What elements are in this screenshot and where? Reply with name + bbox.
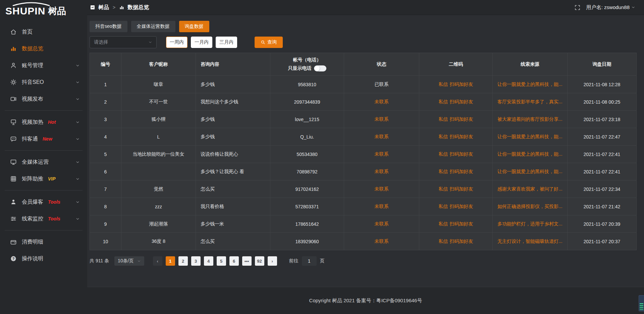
sidebar-item-label: 操作说明 xyxy=(22,255,43,262)
date-cell: 2021-11-07 20:37 xyxy=(568,233,637,250)
page-button-1[interactable]: 1 xyxy=(166,256,175,266)
private-message-link[interactable]: 私信 xyxy=(439,116,448,122)
scan-add-friend-link[interactable]: 扫码加好友 xyxy=(450,221,473,226)
tab-douyin-seo-data[interactable]: 抖音seo数据 xyxy=(90,21,127,32)
page-button-6[interactable]: 6 xyxy=(229,256,239,266)
goto-page-input[interactable] xyxy=(302,256,317,266)
page-button-4[interactable]: 4 xyxy=(204,256,213,266)
query-button[interactable]: 查询 xyxy=(255,37,283,48)
chevron-down-icon xyxy=(75,120,80,126)
private-message-link[interactable]: 私信 xyxy=(439,169,448,174)
source-link[interactable]: 让你一眼就爱上的黑科技，能... xyxy=(497,169,562,174)
chevron-down-icon xyxy=(75,63,80,69)
data-tabs: 抖音seo数据 全媒体运营数据 询盘数据 xyxy=(90,21,637,32)
sidebar-item-douyin-seo[interactable]: 抖音SEO xyxy=(0,74,87,91)
fullscreen-icon[interactable] xyxy=(575,5,580,10)
next-page-button[interactable]: › xyxy=(268,256,277,266)
date-cell: 2021-11-08 12:28 xyxy=(568,76,637,93)
sidebar-item-consumption-detail[interactable]: 消费明细 xyxy=(0,233,87,250)
sidebar-item-clue-monitor[interactable]: 线索监控 Tools xyxy=(0,210,87,227)
more-pages-button[interactable]: ••• xyxy=(242,256,252,266)
corner-widget[interactable] xyxy=(639,295,644,311)
private-message-link[interactable]: 私信 xyxy=(439,186,448,192)
sliders-icon xyxy=(10,215,17,222)
member-icon xyxy=(10,199,17,205)
page-button-2[interactable]: 2 xyxy=(178,256,188,266)
date-cell: 2021-11-07 22:47 xyxy=(568,128,637,146)
scan-add-friend-link[interactable]: 扫码加好友 xyxy=(450,116,473,122)
user-menu[interactable]: 用户名: zswodun88 xyxy=(586,4,635,11)
scan-add-friend-link[interactable]: 扫码加好友 xyxy=(450,204,473,209)
source-link[interactable]: 客厅安装投影半年多了，真实... xyxy=(497,99,562,104)
brand-logo[interactable]: SHUPIN 树品 xyxy=(0,0,87,22)
private-message-link[interactable]: 私信 xyxy=(439,204,448,209)
content-cell: 多少钱 xyxy=(196,128,270,146)
breadcrumb-home[interactable]: 树品 xyxy=(98,4,109,11)
page-size-select[interactable]: 10条/页 xyxy=(114,256,144,266)
qr-cell: 私信扫码加好友 xyxy=(419,128,493,146)
prev-page-button[interactable]: ‹ xyxy=(153,256,162,266)
scan-add-friend-link[interactable]: 扫码加好友 xyxy=(450,169,473,174)
sidebar-item-matrix-boost[interactable]: 矩阵助推 VIP xyxy=(0,170,87,187)
content-cell: 说说价格让我死心 xyxy=(196,146,270,163)
table-row: 7 觉然 怎么买 917024162 未联系 私信扫码加好友 感谢大家喜欢我家，… xyxy=(90,180,637,198)
source-cell: 感谢大家喜欢我家，被问了好... xyxy=(493,180,568,198)
new-badge: New xyxy=(43,136,52,142)
sidebar-item-member-burst[interactable]: 会员爆客 Tools xyxy=(0,194,87,210)
source-cell: 无主灯设计，智能磁吸轨道灯... xyxy=(493,233,568,250)
private-message-link[interactable]: 私信 xyxy=(439,151,448,157)
source-link[interactable]: 让你一眼就爱上的黑科技，能... xyxy=(497,134,562,139)
scan-add-friend-link[interactable]: 扫码加好友 xyxy=(450,239,473,244)
source-link[interactable]: 无主灯设计，智能磁吸轨道灯... xyxy=(497,239,562,244)
sidebar-item-home[interactable]: 首页 xyxy=(0,23,87,40)
page-button-5[interactable]: 5 xyxy=(217,256,226,266)
svg-text:?: ? xyxy=(12,257,15,261)
account-cell: love__1215 xyxy=(270,111,344,128)
trend-box-icon xyxy=(90,5,95,10)
sidebar-item-douketong[interactable]: 抖客通 New xyxy=(0,130,87,147)
sidebar-item-data-overview[interactable]: 数据总览 xyxy=(0,40,87,57)
source-link[interactable]: 如何正确选择投影仪，买投影... xyxy=(497,204,562,209)
tab-inquiry-data[interactable]: 询盘数据 xyxy=(179,21,209,32)
sidebar-item-instructions[interactable]: ? 操作说明 xyxy=(0,250,87,267)
source-link[interactable]: 让你一眼就爱上的黑科技，能... xyxy=(497,82,562,87)
account-select[interactable]: 请选择 xyxy=(90,36,157,48)
sidebar-item-media-operation[interactable]: 全媒体运营 xyxy=(0,154,87,170)
private-message-link[interactable]: 私信 xyxy=(439,221,448,226)
sidebar-item-account-management[interactable]: 账号管理 xyxy=(0,57,87,74)
private-message-link[interactable]: 私信 xyxy=(439,239,448,244)
phone-only-toggle[interactable] xyxy=(314,65,326,71)
page-button-3[interactable]: 3 xyxy=(191,256,201,266)
table-row: 4 L 多少钱 Q_Liu. 未联系 私信扫码加好友 让你一眼就爱上的黑科技，能… xyxy=(90,128,637,146)
source-link[interactable]: 被大家追着问的客厅投影分享... xyxy=(497,116,562,122)
scan-add-friend-link[interactable]: 扫码加好友 xyxy=(450,186,473,192)
sidebar-item-video-heat[interactable]: 视频加热 Hot xyxy=(0,114,87,130)
qr-cell: 私信扫码加好友 xyxy=(419,215,493,233)
header-date: 询盘日期 xyxy=(568,53,637,76)
range-one-month-button[interactable]: 一月内 xyxy=(191,37,212,48)
topbar-right: 用户名: zswodun88 xyxy=(575,4,635,11)
scan-add-friend-link[interactable]: 扫码加好友 xyxy=(450,82,473,87)
sidebar-item-label: 抖客通 xyxy=(22,136,38,143)
page-button-92[interactable]: 92 xyxy=(255,256,264,266)
sidebar-item-video-publish[interactable]: 视频发布 xyxy=(0,91,87,107)
private-message-link[interactable]: 私信 xyxy=(439,134,448,139)
private-message-link[interactable]: 私信 xyxy=(439,82,448,87)
status-cell: 未联系 xyxy=(344,93,419,111)
range-one-week-button[interactable]: 一周内 xyxy=(166,37,187,48)
scan-add-friend-link[interactable]: 扫码加好友 xyxy=(450,151,473,157)
chevron-down-icon xyxy=(75,160,80,166)
chevron-down-icon xyxy=(148,40,152,44)
source-cell: 客厅安装投影半年多了，真实... xyxy=(493,93,568,111)
scan-add-friend-link[interactable]: 扫码加好友 xyxy=(450,134,473,139)
scan-add-friend-link[interactable]: 扫码加好友 xyxy=(450,99,473,104)
search-icon xyxy=(261,40,265,45)
private-message-link[interactable]: 私信 xyxy=(439,99,448,104)
source-link[interactable]: 让你一眼就爱上的黑科技，能... xyxy=(497,151,562,157)
nickname-cell: zzz xyxy=(121,198,196,215)
source-link[interactable]: 多功能护栏灯，适用于乡村文... xyxy=(497,221,562,226)
source-link[interactable]: 感谢大家喜欢我家，被问了好... xyxy=(497,186,562,192)
tab-media-operation-data[interactable]: 全媒体运营数据 xyxy=(131,21,175,32)
range-three-months-button[interactable]: 三月内 xyxy=(216,37,237,48)
page-unit-label: 页 xyxy=(320,258,325,264)
